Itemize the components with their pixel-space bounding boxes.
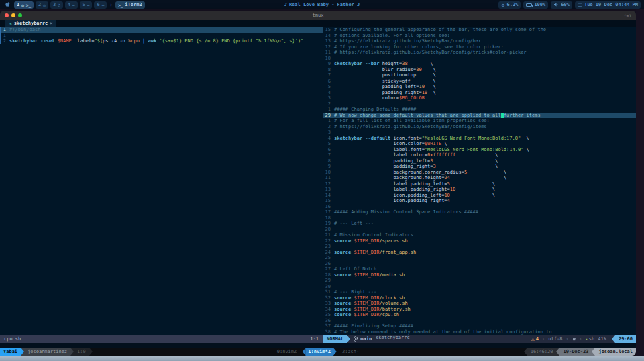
code-line[interactable]: 1# For a full list of all available item… <box>323 118 636 124</box>
code-line[interactable]: 38# The below command is only needed at … <box>323 329 636 336</box>
space-item-1[interactable]: 1◎>_ <box>14 1 34 9</box>
filetype-label: sh <box>589 336 594 342</box>
code-line[interactable]: 19# --- Left --- <box>323 221 636 227</box>
tmux-window-1[interactable]: 1:nvim*Z <box>305 348 333 356</box>
space-item-4[interactable]: 4— <box>65 1 78 9</box>
code-line[interactable]: 2sketchybar --set $NAME label="$(ps -A -… <box>0 38 323 44</box>
code-line[interactable]: 21# Mission Control Indicators <box>323 232 636 238</box>
line-number: 1 <box>323 118 334 124</box>
space-item-2[interactable]: 2◎ <box>36 1 48 9</box>
code-line[interactable]: 5 icon.color=$WHITE \ <box>323 141 636 147</box>
code-line[interactable]: 36 <box>323 318 636 324</box>
cpu-item[interactable]: ⚙ 6.2% <box>498 1 521 9</box>
code-line[interactable]: 6 label.font="MesloLGS Nerd Font Mono:Bo… <box>323 147 636 153</box>
branch-name: main <box>360 336 372 342</box>
git-branch: main <box>350 335 376 343</box>
code-line[interactable]: 14# options available. For all options s… <box>323 33 636 39</box>
code-line[interactable]: 3 color=$BG_COLOR <box>323 95 636 101</box>
line-number: 7 <box>323 72 334 79</box>
code-line[interactable]: 30 <box>323 284 636 290</box>
code-line[interactable]: 32source $ITEM_DIR/clock.sh <box>323 295 636 301</box>
code-line[interactable]: 8 padding_left=3 \ <box>323 158 636 164</box>
code-line[interactable]: 10 <box>323 56 636 62</box>
code-line[interactable]: 31# --- Right --- <box>323 289 636 295</box>
tmux-window-2[interactable]: 2:zsh- <box>337 348 364 356</box>
code-line[interactable]: 4sketchybar --default icon.font="MesloLG… <box>323 136 636 142</box>
minimize-window-button[interactable] <box>11 13 15 17</box>
tab-sketchybarrc[interactable]: > sketchybarrc × <box>5 20 56 27</box>
code-line[interactable]: 34source $ITEM_DIR/battery.sh <box>323 307 636 313</box>
tmux-statusbar: Yabai joseanmartinez 1:0 0:nvimZ1:nvim*Z… <box>0 348 636 356</box>
tmux-session[interactable]: Yabai <box>0 348 21 356</box>
line-number: 1 <box>0 33 9 39</box>
media-item[interactable]: ♪ Real Love Baby - Father J <box>284 2 360 7</box>
window-titlebar[interactable]: tmux ⌃⌘1 <box>0 11 636 20</box>
code-line[interactable]: 3 <box>323 130 636 136</box>
left-statusline-location: 1:1 <box>310 336 319 342</box>
code-line[interactable]: 25 <box>323 255 636 261</box>
code-line[interactable]: 20 <box>323 227 636 233</box>
code-line[interactable]: 16 <box>323 204 636 210</box>
code-line[interactable]: 13 label.padding_right=10 \ <box>323 187 636 193</box>
code-line[interactable]: 1#!/bin/bash <box>0 27 323 33</box>
code-line[interactable]: 29 <box>323 278 636 284</box>
space-item-6[interactable]: 6— <box>94 1 107 9</box>
code-line[interactable]: 5 padding_left=10 \ <box>323 84 636 90</box>
code-line[interactable]: 23 <box>323 244 636 250</box>
code-line[interactable]: 18 <box>323 215 636 221</box>
code-line[interactable]: 14 icon.padding_left=10 \ <box>323 193 636 199</box>
code-line[interactable]: 35source $ITEM_DIR/cpu.sh <box>323 312 636 318</box>
line-number: 26 <box>323 261 334 267</box>
close-tab-icon[interactable]: × <box>50 21 52 26</box>
tmux-date: 19-Dec-23 <box>559 348 592 356</box>
code-line[interactable]: 11# https://felixkratz.github.io/Sketchy… <box>323 50 636 56</box>
code-line[interactable]: 12# If you are looking for other colors,… <box>323 44 636 50</box>
code-line[interactable]: 1##### Changing Defaults ##### <box>323 107 636 113</box>
line-number: 8 <box>323 67 334 73</box>
code-line[interactable]: 9sketchybar --bar height=38 \ <box>323 61 636 67</box>
tmux-window-0[interactable]: 0:nvimZ <box>272 348 302 356</box>
code-line[interactable]: 13# https://felixkratz.github.io/Sketchy… <box>323 38 636 44</box>
code-line[interactable]: 4 padding_right=10 \ <box>323 90 636 96</box>
code-line[interactable]: 7 label.color=0xffffffff \ <box>323 152 636 158</box>
code-line[interactable]: 29# We now change some default values th… <box>323 113 636 119</box>
code-line[interactable]: 17##### Adding Mission Control Space Ind… <box>323 209 636 215</box>
code-line[interactable]: 15# Configuring the general appearance o… <box>323 27 636 33</box>
code-line[interactable]: 27# Left Of Notch <box>323 266 636 272</box>
code-line[interactable]: 7 position=top \ <box>323 72 636 79</box>
code-line[interactable]: 10 background.corner_radius=5 \ <box>323 170 636 176</box>
line-number: 7 <box>323 152 334 158</box>
clock-item[interactable]: Tue 19 Dec 04:44 PM <box>575 1 641 9</box>
code-line[interactable]: 2# https://felixkratz.github.io/SketchyB… <box>323 124 636 130</box>
code-line[interactable]: 26 <box>323 261 636 267</box>
space-item-3[interactable]: 3♫ <box>50 1 63 9</box>
close-window-button[interactable] <box>5 13 9 17</box>
right-pane-code[interactable]: 15# Configuring the general appearance o… <box>323 27 636 335</box>
space-item-5[interactable]: 5— <box>80 1 93 9</box>
code-line[interactable]: 22source $ITEM_DIR/spaces.sh <box>323 238 636 244</box>
code-line[interactable]: 15 icon.padding_right=4 <box>323 198 636 204</box>
topbar-left: 1◎>_2◎3♫4—5—6— › >_ iTerm2 <box>3 1 145 9</box>
code-line[interactable]: 12 label.padding_left=5 \ <box>323 181 636 187</box>
code-line[interactable]: 11 background.height=24 \ <box>323 175 636 181</box>
code-line[interactable]: 2 <box>323 101 636 107</box>
code-line[interactable]: 6 sticky=off \ <box>323 79 636 85</box>
code-line[interactable]: 33source $ITEM_DIR/volume.sh <box>323 301 636 307</box>
code-line[interactable]: 1 <box>0 33 323 39</box>
code-line[interactable]: 9 padding_right=3 \ <box>323 164 636 170</box>
separator-icon: ‹ <box>566 336 568 342</box>
code-line[interactable]: 37##### Finalizing Setup ##### <box>323 323 636 329</box>
separator-icon: ‹ <box>542 336 545 342</box>
front-app[interactable]: >_ iTerm2 <box>115 1 145 9</box>
apple-menu[interactable] <box>3 1 12 8</box>
zoom-window-button[interactable] <box>18 13 22 17</box>
line-number: 16 <box>323 204 334 210</box>
line-number: 18 <box>323 215 334 221</box>
vim-cmdline[interactable] <box>0 343 636 348</box>
battery-item[interactable]: 100% <box>523 1 548 9</box>
left-pane-code[interactable]: 1#!/bin/bash12sketchybar --set $NAME lab… <box>0 27 323 335</box>
volume-item[interactable]: 69% <box>551 1 572 9</box>
code-line[interactable]: 8 blur_radius=30 \ <box>323 67 636 73</box>
code-line[interactable]: 24source $ITEM_DIR/front_app.sh <box>323 250 636 256</box>
code-line[interactable]: 28source $ITEM_DIR/media.sh <box>323 272 636 278</box>
